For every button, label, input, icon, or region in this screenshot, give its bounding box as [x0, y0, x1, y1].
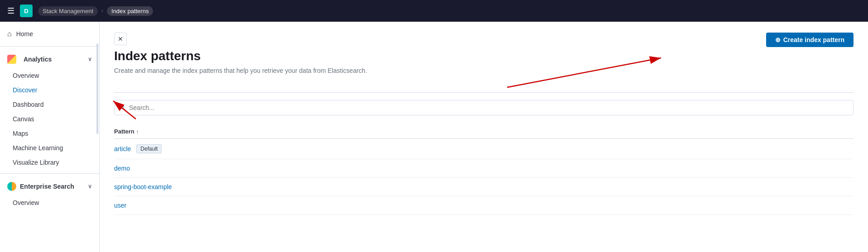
layout: ⌂ Home Analytics ∨ Overview Discover Das…: [0, 22, 868, 252]
sidebar-enterprise-header[interactable]: Enterprise Search ∨: [0, 177, 99, 195]
sidebar-item-overview[interactable]: Overview: [0, 68, 99, 83]
sidebar-section-enterprise-search: Enterprise Search ∨ Overview: [0, 177, 99, 210]
sidebar-analytics-header[interactable]: Analytics ∨: [0, 50, 99, 68]
sidebar-item-machine-learning[interactable]: Machine Learning: [0, 141, 99, 155]
table-row: spring-boot-example: [114, 178, 854, 196]
search-icon: 🔍: [119, 104, 126, 111]
create-button-label: Create index pattern: [783, 36, 844, 43]
table-row: demo: [114, 159, 854, 178]
close-button[interactable]: ✕: [114, 33, 127, 45]
avatar: D: [20, 5, 33, 17]
search-input[interactable]: [114, 100, 854, 115]
sort-icon: ↑: [136, 129, 139, 134]
content-inner: ✕ Index patterns Create and manage the i…: [100, 22, 868, 252]
table-row: user: [114, 196, 854, 215]
page-title: Index patterns: [114, 49, 766, 63]
table-row: article Default: [114, 139, 854, 159]
page-title-section: ✕ Index patterns Create and manage the i…: [114, 33, 766, 85]
enterprise-search-icon: [7, 182, 16, 191]
sidebar: ⌂ Home Analytics ∨ Overview Discover Das…: [0, 22, 100, 252]
sidebar-item-canvas[interactable]: Canvas: [0, 112, 99, 126]
breadcrumb-index-patterns[interactable]: Index patterns: [107, 6, 153, 16]
sidebar-item-maps[interactable]: Maps: [0, 126, 99, 141]
analytics-title-wrap: Analytics: [7, 55, 52, 64]
sidebar-scrollbar: [96, 43, 98, 134]
analytics-chevron-icon: ∨: [88, 56, 92, 62]
enterprise-title-wrap: Enterprise Search: [7, 182, 74, 191]
home-icon: ⌂: [7, 30, 12, 38]
breadcrumb: Stack Management › Index patterns: [38, 6, 153, 16]
sidebar-item-visualize-library[interactable]: Visualize Library: [0, 155, 99, 170]
page-description: Create and manage the index patterns tha…: [114, 67, 766, 74]
main-content: ✕ Index patterns Create and manage the i…: [100, 22, 868, 252]
pattern-link-spring-boot-example[interactable]: spring-boot-example: [114, 183, 172, 190]
page-header: ✕ Index patterns Create and manage the i…: [114, 33, 854, 85]
hamburger-icon[interactable]: ☰: [7, 6, 14, 16]
sidebar-divider-1: [0, 46, 99, 47]
analytics-section-title: Analytics: [24, 56, 52, 63]
search-container: 🔍: [114, 100, 854, 115]
default-badge: Default: [136, 144, 162, 153]
pattern-header-label: Pattern: [114, 128, 134, 135]
pattern-link-demo[interactable]: demo: [114, 165, 130, 172]
analytics-icon: [7, 55, 16, 64]
pattern-link-article[interactable]: article: [114, 145, 131, 152]
header-divider: [114, 92, 854, 93]
sidebar-divider-2: [0, 173, 99, 174]
sidebar-section-analytics: Analytics ∨ Overview Discover Dashboard …: [0, 50, 99, 170]
create-index-pattern-button[interactable]: ⊕ Create index pattern: [766, 33, 854, 47]
sidebar-item-enterprise-overview[interactable]: Overview: [0, 195, 99, 210]
sidebar-item-dashboard[interactable]: Dashboard: [0, 97, 99, 112]
sidebar-item-discover[interactable]: Discover: [0, 83, 99, 97]
create-button-icon: ⊕: [775, 36, 781, 43]
breadcrumb-stack-management[interactable]: Stack Management: [38, 6, 98, 16]
breadcrumb-separator: ›: [101, 8, 103, 14]
pattern-column-header[interactable]: Pattern ↑: [114, 128, 139, 135]
pattern-link-user[interactable]: user: [114, 202, 126, 209]
table-header: Pattern ↑: [114, 124, 854, 139]
sidebar-item-home[interactable]: ⌂ Home: [0, 25, 99, 43]
sidebar-home-label: Home: [16, 30, 33, 38]
enterprise-chevron-icon: ∨: [88, 183, 92, 190]
top-nav: ☰ D Stack Management › Index patterns: [0, 0, 868, 22]
enterprise-section-title: Enterprise Search: [20, 183, 74, 190]
